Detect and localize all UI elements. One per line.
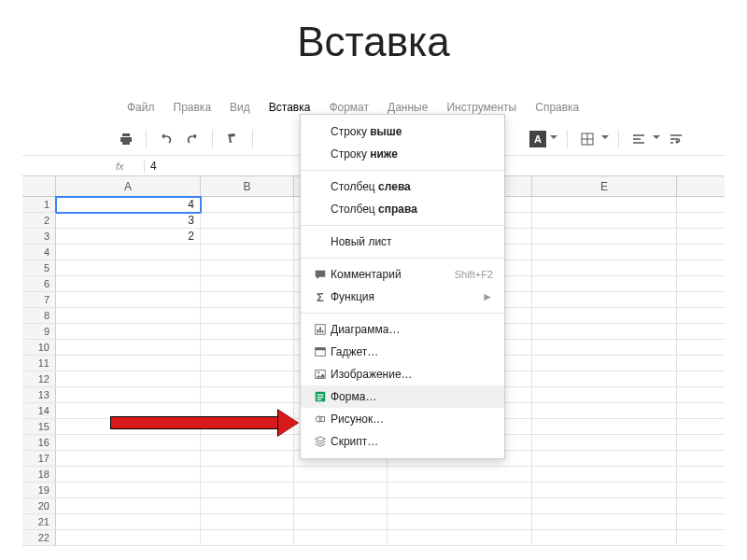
cell[interactable] bbox=[388, 483, 532, 498]
cell[interactable] bbox=[201, 451, 294, 467]
cell[interactable] bbox=[532, 371, 677, 387]
cell[interactable] bbox=[388, 530, 532, 546]
redo-icon[interactable] bbox=[182, 129, 203, 149]
cell[interactable] bbox=[56, 292, 201, 308]
row-header[interactable]: 14 bbox=[22, 403, 56, 418]
cell[interactable] bbox=[201, 498, 294, 514]
cell[interactable] bbox=[532, 403, 677, 419]
cell[interactable] bbox=[532, 340, 677, 356]
row-header[interactable]: 21 bbox=[22, 514, 56, 529]
cell[interactable] bbox=[532, 292, 677, 308]
cell[interactable] bbox=[56, 324, 201, 340]
menu-chart[interactable]: Диаграмма… bbox=[301, 318, 504, 341]
cell[interactable] bbox=[56, 514, 201, 530]
cell[interactable] bbox=[294, 530, 388, 546]
cell[interactable] bbox=[56, 260, 201, 276]
cell[interactable] bbox=[294, 467, 388, 483]
cell[interactable] bbox=[388, 467, 532, 483]
cell[interactable] bbox=[532, 514, 677, 530]
row-header[interactable]: 8 bbox=[22, 308, 56, 323]
cell[interactable] bbox=[201, 213, 294, 229]
cell[interactable] bbox=[532, 308, 677, 324]
cell[interactable] bbox=[56, 308, 201, 324]
row-header[interactable]: 9 bbox=[22, 324, 56, 339]
wrap-icon[interactable] bbox=[666, 129, 686, 149]
cell[interactable] bbox=[56, 467, 201, 483]
cell[interactable] bbox=[201, 324, 294, 340]
row-header[interactable]: 2 bbox=[22, 213, 56, 228]
undo-icon[interactable] bbox=[156, 129, 176, 149]
cell[interactable]: 2 bbox=[56, 229, 201, 245]
cell[interactable] bbox=[201, 467, 294, 483]
row-header[interactable]: 4 bbox=[22, 245, 56, 259]
paint-format-icon[interactable] bbox=[222, 129, 243, 149]
row-header[interactable]: 5 bbox=[22, 260, 56, 275]
col-header-a[interactable]: A bbox=[56, 176, 201, 196]
menu-file[interactable]: Файл bbox=[118, 97, 164, 118]
cell[interactable] bbox=[56, 356, 201, 371]
cell[interactable] bbox=[532, 276, 677, 292]
cell[interactable] bbox=[294, 498, 388, 514]
cell[interactable] bbox=[201, 371, 294, 387]
cell[interactable] bbox=[294, 514, 388, 530]
borders-icon[interactable] bbox=[577, 129, 598, 149]
menu-drawing[interactable]: Рисунок… bbox=[301, 408, 504, 430]
cell[interactable] bbox=[532, 356, 677, 371]
cell[interactable] bbox=[201, 276, 294, 292]
cell[interactable] bbox=[56, 435, 201, 451]
menu-row-above[interactable]: Строку выше bbox=[301, 120, 504, 143]
cell[interactable] bbox=[201, 514, 294, 530]
cell[interactable]: 4 bbox=[56, 197, 201, 213]
row-header[interactable]: 6 bbox=[22, 276, 56, 291]
cell[interactable] bbox=[532, 435, 677, 451]
cell[interactable] bbox=[532, 229, 677, 245]
cell[interactable] bbox=[201, 530, 294, 546]
menu-comment[interactable]: Комментарий Shift+F2 bbox=[301, 263, 504, 286]
cell[interactable] bbox=[388, 514, 532, 530]
cell[interactable] bbox=[201, 356, 294, 371]
chevron-down-icon[interactable] bbox=[653, 135, 660, 143]
cell[interactable] bbox=[201, 308, 294, 324]
cell[interactable] bbox=[56, 276, 201, 292]
menu-new-sheet[interactable]: Новый лист bbox=[301, 231, 504, 253]
menu-col-left[interactable]: Столбец слева bbox=[301, 175, 504, 198]
row-header[interactable]: 17 bbox=[22, 451, 56, 466]
menu-function[interactable]: Σ Функция ► bbox=[301, 286, 504, 308]
cell[interactable] bbox=[532, 530, 677, 546]
row-header[interactable]: 13 bbox=[22, 387, 56, 402]
menu-script[interactable]: Скрипт… bbox=[301, 430, 504, 453]
col-header-e[interactable]: E bbox=[532, 176, 677, 196]
align-icon[interactable] bbox=[628, 129, 649, 149]
row-header[interactable]: 10 bbox=[22, 340, 56, 355]
cell[interactable] bbox=[532, 387, 677, 403]
row-header[interactable]: 11 bbox=[22, 356, 56, 371]
row-header[interactable]: 3 bbox=[22, 229, 56, 244]
text-color-icon[interactable]: A bbox=[529, 131, 546, 147]
cell[interactable] bbox=[532, 213, 677, 229]
cell[interactable] bbox=[532, 467, 677, 483]
cell[interactable] bbox=[56, 371, 201, 387]
cell[interactable] bbox=[201, 197, 294, 213]
cell[interactable] bbox=[294, 483, 388, 498]
cell[interactable] bbox=[201, 483, 294, 498]
menu-image[interactable]: Изображение… bbox=[301, 363, 504, 385]
menu-edit[interactable]: Правка bbox=[164, 97, 221, 118]
row-header[interactable]: 19 bbox=[22, 483, 56, 497]
cell[interactable] bbox=[532, 245, 677, 260]
cell[interactable] bbox=[56, 530, 201, 546]
menu-row-below[interactable]: Строку ниже bbox=[301, 143, 504, 165]
chevron-down-icon[interactable] bbox=[601, 135, 609, 143]
cell[interactable] bbox=[532, 451, 677, 467]
cell[interactable] bbox=[56, 245, 201, 260]
row-header[interactable]: 22 bbox=[22, 530, 56, 545]
cell[interactable] bbox=[532, 483, 677, 498]
cell[interactable] bbox=[201, 292, 294, 308]
row-header[interactable]: 15 bbox=[22, 419, 56, 434]
menu-help[interactable]: Справка bbox=[526, 97, 588, 118]
print-icon[interactable] bbox=[116, 129, 136, 149]
col-header-b[interactable]: B bbox=[201, 176, 294, 196]
chevron-down-icon[interactable] bbox=[550, 135, 557, 143]
cell[interactable] bbox=[56, 483, 201, 498]
cell[interactable] bbox=[201, 387, 294, 403]
formula-value[interactable]: 4 bbox=[150, 160, 157, 173]
